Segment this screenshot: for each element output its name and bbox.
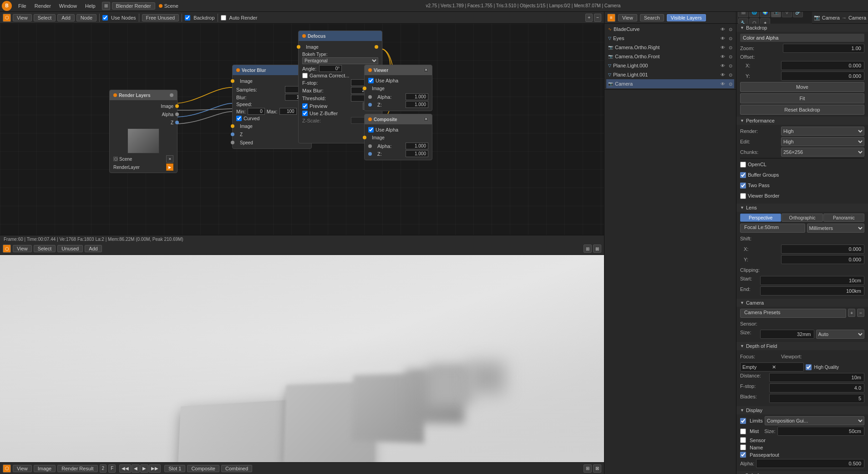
node-menu-add[interactable]: Add [57, 14, 75, 21]
end-input[interactable]: 100km [760, 286, 864, 296]
menu-window[interactable]: Window [56, 2, 81, 10]
prop-tab-object[interactable]: ▽ [782, 12, 792, 17]
shift-x-input[interactable] [781, 245, 864, 254]
outliner-item-eyes[interactable]: ▽ Eyes 👁 ⊙ [606, 34, 734, 43]
buffer-groups-cb[interactable] [740, 172, 746, 178]
lens-section-header[interactable]: ▼ Lens [736, 204, 868, 212]
outliner-item-camera-ortho-front[interactable]: 📷 Camera.Ortho.Front 👁 ⊙ [606, 52, 734, 61]
viewer-alpha-input[interactable] [406, 93, 428, 100]
zoom-in-btn[interactable]: + [585, 14, 593, 22]
prop-tab-world[interactable]: 🌍 [760, 12, 770, 17]
passepartout-cb[interactable] [740, 452, 746, 458]
outliner-item-camera-ortho-right[interactable]: 📷 Camera.Ortho.Right 👁 ⊙ [606, 43, 734, 52]
empty-x-btn[interactable]: ✕ [772, 364, 802, 370]
df-bokeh-select[interactable]: Pentagonal Triangular Square [302, 57, 378, 64]
prop-tab-camera[interactable]: 📷 [771, 12, 781, 17]
move-btn[interactable]: Move [740, 82, 864, 92]
blades-input[interactable]: 5 [769, 394, 864, 403]
shift-y-input[interactable] [781, 255, 864, 264]
sensor-display-cb[interactable] [740, 437, 746, 443]
orthographic-btn[interactable]: Orthographic [782, 214, 822, 222]
safe-areas-header[interactable]: ▶ Safe Areas [736, 471, 868, 474]
mist-size-input[interactable]: 50cm [777, 427, 864, 436]
composite-alpha-input[interactable] [406, 143, 428, 149]
preset-add-btn[interactable]: + [848, 309, 855, 317]
outliner-item-camera[interactable]: 📷 Camera 👁 ⊙ [606, 79, 734, 88]
viewport-canvas[interactable] [0, 255, 604, 463]
edit-quality-select[interactable]: High Medium Low [781, 137, 864, 146]
node-menu-node[interactable]: Node [76, 14, 96, 21]
node-canvas[interactable]: Render Layers Image Alpha [0, 24, 604, 235]
composite-node[interactable]: Composite ✕ Use Alpha Image [364, 114, 432, 160]
prop-tab-constraints[interactable]: 🔗 [793, 12, 803, 17]
df-angle-input[interactable] [319, 65, 342, 72]
outliner-item-bladecurve[interactable]: ∿ BladeCurve 👁 ⊙ [606, 25, 734, 34]
perspective-btn[interactable]: Perspective [740, 214, 781, 222]
composite-alpha-cb[interactable] [368, 127, 374, 133]
y-offset-input[interactable] [781, 71, 864, 81]
limits-cb[interactable] [740, 418, 746, 424]
vp-view-btn[interactable]: View [13, 245, 32, 252]
display-section-header[interactable]: ▼ Display [736, 406, 868, 414]
vp-slot[interactable]: Slot 1 [164, 465, 185, 472]
scene-x-btn[interactable]: ✕ [166, 155, 173, 163]
outliner-visible-btn[interactable]: Visible Layers [667, 14, 706, 21]
vp-combined[interactable]: Combined [221, 465, 252, 472]
viewer-close[interactable]: ✕ [424, 68, 428, 72]
sensor-size-input[interactable]: 32mm [760, 330, 814, 339]
camera-presets-btn[interactable]: Camera Presets [740, 309, 846, 318]
zoom-input[interactable] [783, 44, 864, 53]
performance-section-header[interactable]: ▼ Performance [736, 117, 868, 125]
vp-fwd[interactable]: ▶▶ [149, 464, 161, 473]
opencl-cb[interactable] [740, 162, 746, 168]
node-menu-view[interactable]: View [13, 14, 32, 21]
vb-max-input[interactable] [279, 108, 297, 115]
prop-tab-render[interactable]: 🎬 [738, 12, 748, 17]
vp-bottom-image[interactable]: Image [34, 465, 56, 472]
viewer-border-cb[interactable] [740, 193, 746, 199]
engine-selector[interactable]: Blender Render [112, 2, 155, 10]
two-pass-cb[interactable] [740, 183, 746, 189]
zoom-out-btn[interactable]: − [594, 14, 601, 22]
vp-composite[interactable]: Composite [187, 465, 219, 472]
viewer-z-input[interactable] [406, 101, 428, 108]
render-layer-btn[interactable]: ▶ [166, 163, 173, 171]
composite-z-input[interactable] [406, 150, 428, 157]
focal-unit-select[interactable]: Millimeters FOV [807, 224, 865, 233]
vp-bottom-view[interactable]: View [13, 465, 32, 472]
sensor-fit-select[interactable]: Auto Horizontal Vertical [816, 330, 865, 339]
auto-render-checkbox[interactable] [221, 15, 226, 20]
outliner-search-btn[interactable]: Search [640, 14, 664, 21]
vp-select-btn[interactable]: Select [34, 245, 56, 252]
viewer-node[interactable]: Viewer ✕ Use Alpha Image [364, 65, 432, 111]
backdrop-section-header[interactable]: ▼ Backdrop [736, 24, 868, 32]
vp-render-result[interactable]: Render Result [57, 465, 97, 472]
hq-cb[interactable] [806, 364, 812, 370]
limits-guide-select[interactable]: Composition Gui... None [765, 416, 864, 425]
reset-backdrop-btn[interactable]: Reset Backdrop [740, 105, 864, 115]
vp-prev[interactable]: ◀◀ [119, 464, 131, 473]
preset-remove-btn[interactable]: − [857, 309, 864, 317]
free-unused-btn[interactable]: Free Unused [142, 14, 179, 21]
name-cb[interactable] [740, 444, 746, 450]
backdrop-checkbox[interactable] [185, 15, 190, 20]
viewer-alpha-cb[interactable] [368, 78, 374, 83]
composite-close[interactable]: ✕ [424, 117, 428, 122]
focal-length-btn[interactable]: Focal Le:50mm [740, 224, 805, 233]
node-menu-select[interactable]: Select [34, 14, 56, 21]
render-quality-select[interactable]: High Medium Low [781, 127, 864, 136]
df-zbuffer-cb[interactable] [302, 111, 308, 116]
dof-fstop-input[interactable]: 4.0 [769, 383, 864, 392]
mist-cb[interactable] [740, 428, 746, 434]
vp-back[interactable]: ◀ [132, 464, 140, 473]
vb-curved-cb[interactable] [236, 116, 242, 121]
outliner-item-plane-light-000[interactable]: ▽ Plane.Light.000 👁 ⊙ [606, 61, 734, 70]
use-nodes-checkbox[interactable] [102, 15, 108, 20]
outliner-view-btn[interactable]: View [618, 14, 637, 21]
menu-file[interactable]: File [15, 2, 30, 10]
vp-add-btn[interactable]: Add [85, 245, 102, 252]
dof-section-header[interactable]: ▼ Depth of Field [736, 342, 868, 350]
vb-min-input[interactable] [248, 108, 265, 115]
panoramic-btn[interactable]: Panoramic [823, 214, 864, 222]
menu-render[interactable]: Render [31, 2, 55, 10]
